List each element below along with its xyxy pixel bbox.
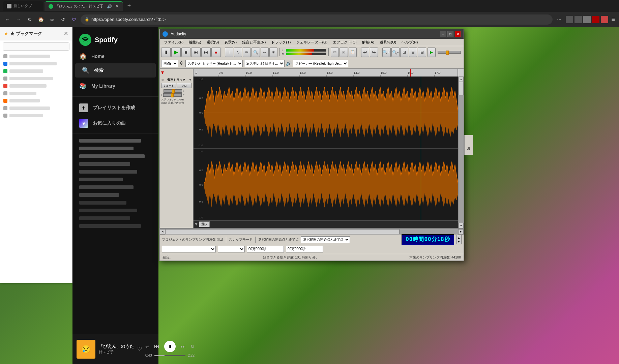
- scroll-right-button[interactable]: ►: [458, 229, 464, 235]
- menu-edit[interactable]: 編集(E): [186, 39, 204, 46]
- draw-tool-button[interactable]: ✏: [243, 48, 251, 57]
- playlist-item-12[interactable]: [72, 222, 158, 230]
- time-shift-tool-button[interactable]: ↔: [261, 48, 269, 57]
- menu-analyze[interactable]: 解析(A): [359, 39, 377, 46]
- gain-slider[interactable]: [164, 89, 182, 93]
- browser-tab-inactive[interactable]: 新しいタブ: [3, 1, 43, 11]
- zoom-toggle-button[interactable]: ⊟: [418, 48, 426, 57]
- playlist-item-3[interactable]: [72, 152, 158, 160]
- pause-button[interactable]: ⏸: [164, 341, 176, 352]
- nav-home[interactable]: 🏠 Home: [72, 49, 158, 63]
- privacy-button[interactable]: 🛡: [69, 15, 79, 24]
- output-device-select[interactable]: スピーカー (Realtek High De...: [293, 60, 348, 67]
- history-button[interactable]: ↺: [58, 15, 68, 24]
- pause-transport-button[interactable]: ⏸: [161, 48, 171, 57]
- bookmark-item-3[interactable]: [0, 67, 72, 75]
- new-tab-button[interactable]: +: [124, 1, 134, 11]
- refresh-button[interactable]: ↻: [25, 15, 34, 24]
- input-device-select[interactable]: ステレオ ミキサー (Realtek Hi...: [185, 60, 243, 67]
- scroll-left-button[interactable]: ◄: [160, 229, 165, 235]
- menu-record-play[interactable]: 録音と再生(N): [239, 39, 268, 46]
- home-button[interactable]: 🏠: [36, 15, 46, 24]
- pan-slider[interactable]: [163, 93, 182, 97]
- selection-mode-select[interactable]: 選択範囲の開始点と終了点: [301, 236, 350, 243]
- paste-button[interactable]: 📋: [349, 48, 357, 57]
- end-time-input[interactable]: [286, 246, 323, 252]
- repeat-button[interactable]: ↻: [190, 344, 195, 349]
- zoom-sel-button[interactable]: ⊞: [409, 48, 417, 57]
- undo-button[interactable]: ↩: [361, 48, 369, 57]
- menu-view[interactable]: 表示(V): [222, 39, 239, 46]
- solo-button[interactable]: ソロ: [177, 83, 191, 88]
- bookmark-item-5[interactable]: [0, 82, 72, 90]
- tab-close-button[interactable]: ✕: [115, 4, 119, 9]
- playlist-item-6[interactable]: [72, 176, 158, 183]
- nav-library[interactable]: 📚 My Library: [72, 79, 158, 93]
- playlist-item-10[interactable]: [72, 207, 158, 214]
- scroll-down-button[interactable]: ▼: [459, 223, 464, 228]
- cut-button[interactable]: ✂: [331, 48, 339, 57]
- bookmark-item-9[interactable]: [0, 112, 72, 119]
- bookmark-item-4[interactable]: [0, 75, 72, 82]
- bookmarks-close-button[interactable]: ✕: [64, 30, 68, 37]
- bookmark-item-7[interactable]: [0, 97, 72, 104]
- menu-help[interactable]: ヘルプ(H): [399, 39, 420, 46]
- bookmark-item-6[interactable]: [0, 90, 72, 97]
- menu-toolbox[interactable]: 道具箱(O): [377, 39, 399, 46]
- envelope-tool-button[interactable]: ∿: [234, 48, 242, 57]
- playlist-item-8[interactable]: [72, 191, 158, 199]
- create-playlist-button[interactable]: + プレイリストを作成: [72, 100, 158, 116]
- bookmark-item-2[interactable]: [0, 60, 72, 67]
- bookmark-item-8[interactable]: [0, 104, 72, 112]
- zoom-in-button[interactable]: 🔍+: [382, 48, 390, 57]
- shuffle-button[interactable]: ⇌: [145, 344, 149, 349]
- menu-effect[interactable]: エフェクト(C): [330, 39, 359, 46]
- display-toggle-button[interactable]: 表示: [464, 135, 473, 155]
- forward-button[interactable]: →: [14, 15, 23, 24]
- playlist-item-11[interactable]: [72, 214, 158, 222]
- copy-button[interactable]: ⎘: [340, 48, 348, 57]
- playlist-item-5[interactable]: [72, 168, 158, 176]
- minimize-button[interactable]: ─: [440, 31, 446, 37]
- maximize-button[interactable]: □: [447, 31, 453, 37]
- address-bar[interactable]: 🔒 https://open.spotify.com/search/ピエン: [81, 14, 553, 25]
- more-options-button[interactable]: ···: [554, 15, 564, 24]
- select-tool-button[interactable]: I: [225, 48, 233, 57]
- prev-button[interactable]: ⏮: [154, 343, 159, 350]
- bookmarks-search-input[interactable]: [3, 42, 69, 51]
- selection-tool-button[interactable]: 選択: [199, 221, 210, 227]
- nav-search[interactable]: 🔍 検索: [75, 63, 156, 78]
- mute-button[interactable]: ミュート: [161, 83, 176, 88]
- scroll-track[interactable]: [459, 82, 464, 223]
- progress-bar[interactable]: [154, 355, 185, 356]
- playlist-item-9[interactable]: [72, 199, 158, 207]
- stop-transport-button[interactable]: ■: [181, 48, 191, 57]
- bookmark-item-1[interactable]: [0, 53, 72, 60]
- snap-mode-select[interactable]: オフ: [218, 246, 245, 252]
- browser-tab-active[interactable]: 「ぴえん」のうた・針スピ子 🔊 ✕: [45, 1, 123, 11]
- track-dropdown-button[interactable]: ▼: [189, 79, 191, 82]
- channels-select[interactable]: 2(ステレオ) 録音す...: [244, 60, 285, 67]
- close-button[interactable]: ✕: [455, 31, 461, 37]
- audio-host-select[interactable]: MME: [161, 60, 178, 67]
- record-button[interactable]: ●: [211, 48, 221, 57]
- zoom-out-button[interactable]: 🔍-: [391, 48, 400, 57]
- playlist-item-1[interactable]: [72, 137, 158, 145]
- playlist-item-7[interactable]: [72, 183, 158, 191]
- zoom-tool-button[interactable]: 🔍: [252, 48, 260, 57]
- back-button[interactable]: ←: [3, 15, 12, 24]
- menu-track[interactable]: トラック(T): [268, 39, 293, 46]
- redo-button[interactable]: ↪: [370, 48, 378, 57]
- zoom-fit-button[interactable]: ⊡: [400, 48, 408, 57]
- multi-tool-button[interactable]: ✶: [269, 48, 277, 57]
- menu-button[interactable]: ≡: [610, 14, 616, 24]
- menu-select[interactable]: 選択(S): [204, 39, 222, 46]
- scroll-up-button[interactable]: ▲: [459, 77, 464, 82]
- playlist-item-4[interactable]: [72, 160, 158, 168]
- scroll-thumb[interactable]: [459, 82, 464, 95]
- track-close-button[interactable]: ✕: [161, 78, 164, 82]
- menu-generator[interactable]: ジェネレーター(G): [293, 39, 330, 46]
- heart-button[interactable]: ♡: [137, 346, 142, 352]
- extensions-button[interactable]: ∞: [47, 15, 57, 24]
- horizontal-scrollbar[interactable]: ◄ ►: [160, 229, 464, 234]
